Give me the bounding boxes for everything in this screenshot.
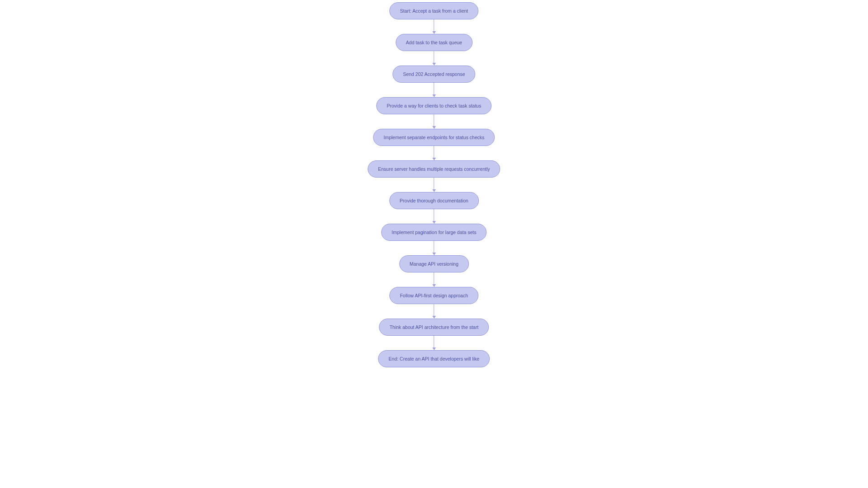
flow-node: Manage API versioning	[399, 255, 469, 272]
flow-connector	[432, 83, 436, 97]
flow-connector	[432, 146, 436, 160]
flowchart-container: Start: Accept a task from a client Add t…	[368, 2, 500, 367]
flow-node: Provide a way for clients to check task …	[377, 97, 492, 114]
flow-node: Provide thorough documentation	[389, 192, 479, 209]
flow-connector	[432, 19, 436, 34]
flow-connector	[432, 51, 436, 66]
flow-connector	[432, 114, 436, 129]
flow-connector	[432, 241, 436, 255]
flow-connector	[432, 178, 436, 192]
flow-node: Implement separate endpoints for status …	[373, 129, 495, 146]
flow-connector	[432, 272, 436, 287]
flow-node-start: Start: Accept a task from a client	[390, 2, 479, 19]
flow-node: Ensure server handles multiple requests …	[368, 160, 500, 178]
flow-connector	[432, 304, 436, 319]
flow-connector	[432, 209, 436, 224]
flow-node: Think about API architecture from the st…	[379, 319, 489, 336]
flow-node: Send 202 Accepted response	[392, 66, 475, 83]
flow-node-end: End: Create an API that developers will …	[378, 350, 490, 367]
flow-node: Add task to the task queue	[396, 34, 472, 51]
flow-node: Follow API-first design approach	[390, 287, 479, 304]
flow-node: Implement pagination for large data sets	[381, 224, 486, 241]
flow-connector	[432, 336, 436, 350]
